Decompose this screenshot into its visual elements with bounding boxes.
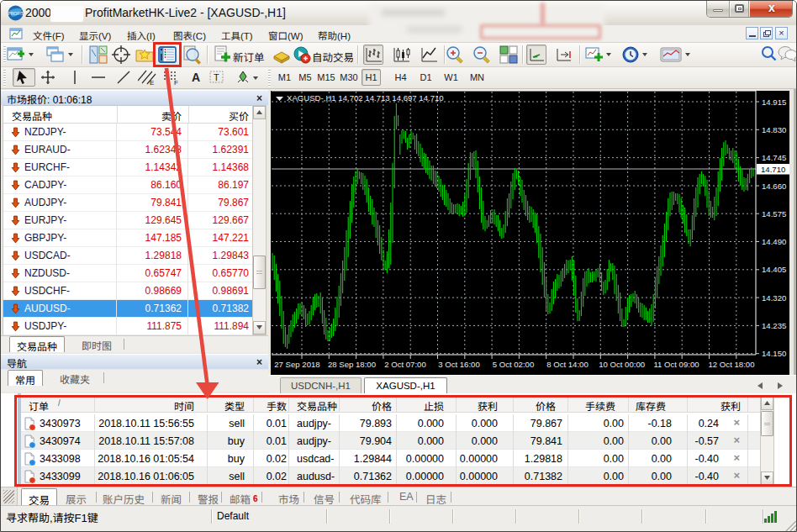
svg-text:10 Oct 00:00: 10 Oct 00:00 <box>599 360 645 369</box>
svg-text:14.660: 14.660 <box>762 182 786 191</box>
svg-text:14.320: 14.320 <box>762 293 786 303</box>
svg-text:14.745: 14.745 <box>762 153 786 162</box>
svg-text:5 Oct 02:00: 5 Oct 02:00 <box>493 360 535 369</box>
svg-text:F: F <box>174 79 178 86</box>
svg-text:11 Oct 09:00: 11 Oct 09:00 <box>653 360 699 369</box>
svg-text:3 Oct 16:00: 3 Oct 16:00 <box>438 360 480 369</box>
svg-text:28 Sep 18:00: 28 Sep 18:00 <box>328 360 376 369</box>
svg-text:XAGUSD-,H1 14.702 14.713 14.6: XAGUSD-,H1 14.702 14.713 14.697 14.710 <box>287 93 444 103</box>
svg-text:14.235: 14.235 <box>762 321 786 330</box>
svg-text:14.490: 14.490 <box>762 237 786 246</box>
svg-text:PROFIT: PROFIT <box>8 11 23 16</box>
svg-text:27 Sep 2018: 27 Sep 2018 <box>274 360 319 369</box>
svg-text:8 Oct 14:00: 8 Oct 14:00 <box>546 360 589 369</box>
svg-text:14.830: 14.830 <box>762 125 786 134</box>
svg-text:14.150: 14.150 <box>762 349 786 358</box>
svg-text:14.915: 14.915 <box>762 97 786 107</box>
svg-text:14.405: 14.405 <box>762 265 786 274</box>
svg-text:14.710: 14.710 <box>761 165 785 174</box>
svg-text:2 Oct 07:00: 2 Oct 07:00 <box>384 360 426 369</box>
svg-text:14.575: 14.575 <box>762 209 786 219</box>
svg-text:T: T <box>214 72 219 82</box>
svg-text:E: E <box>150 79 154 86</box>
svg-text:12 Oct 18:00: 12 Oct 18:00 <box>709 360 755 369</box>
